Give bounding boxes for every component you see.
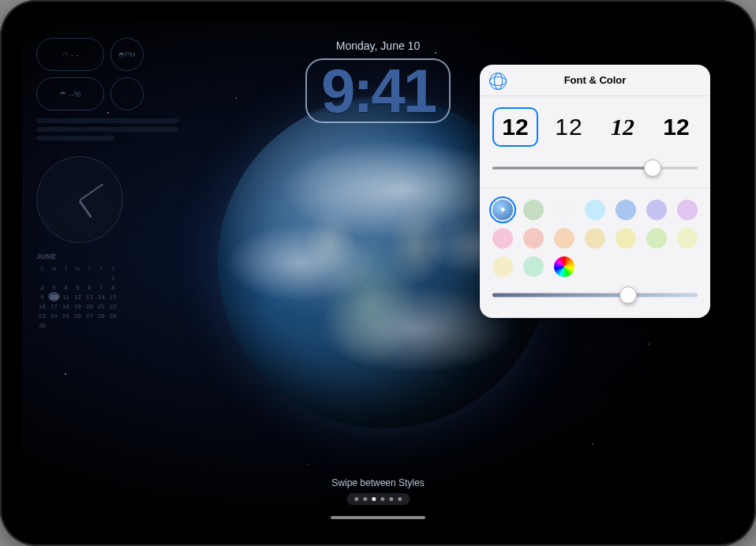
- lock-screen-date[interactable]: Monday, June 10: [336, 39, 420, 52]
- font-option-heavy[interactable]: 12: [653, 107, 699, 147]
- style-page-dots[interactable]: [346, 493, 410, 505]
- gauge-icon: ◠: [62, 50, 69, 59]
- swipe-hint-label: Swipe between Styles: [331, 477, 424, 488]
- color-tint-slider[interactable]: [492, 285, 698, 305]
- lock-screen: ◠ - - ◓PM ☂ --% JUNE SMTWTFS123456789101…: [22, 22, 734, 524]
- font-option-serif-italic[interactable]: 12: [600, 107, 646, 147]
- calendar-month-label: JUNE: [36, 252, 178, 260]
- lock-screen-widgets-panel: ◠ - - ◓PM ☂ --% JUNE SMTWTFS123456789101…: [36, 38, 178, 330]
- widget-empty[interactable]: [110, 77, 144, 110]
- color-swatch-pink[interactable]: [492, 228, 513, 249]
- color-swatch-sage[interactable]: [523, 200, 544, 220]
- color-swatch-cream[interactable]: [492, 256, 513, 277]
- color-swatch-mint[interactable]: [646, 228, 667, 249]
- lock-screen-time-selected[interactable]: 9:41: [305, 58, 451, 123]
- font-color-popover: Font & Color 12121212: [480, 65, 710, 318]
- font-option-light[interactable]: 12: [546, 107, 592, 147]
- widget-sunset[interactable]: ◓PM: [110, 38, 144, 71]
- calendar-widget[interactable]: JUNE SMTWTFS1234567891011121314151617181…: [36, 252, 178, 330]
- color-swatch-peach[interactable]: [554, 228, 574, 249]
- color-swatch-periwinkle[interactable]: [646, 200, 667, 220]
- page-dot[interactable]: [389, 497, 393, 501]
- widget-text-placeholder: [36, 118, 178, 140]
- page-dot[interactable]: [363, 497, 367, 501]
- analog-clock-widget[interactable]: [36, 156, 123, 243]
- lock-screen-time-value: 9:41: [321, 60, 435, 122]
- page-dot[interactable]: [398, 497, 402, 501]
- globe-icon[interactable]: [489, 73, 507, 90]
- color-palette: [480, 189, 710, 282]
- popover-title: Font & Color: [564, 74, 627, 86]
- widget-precip[interactable]: ☂ --%: [36, 77, 104, 110]
- color-swatch-sand[interactable]: [585, 228, 605, 249]
- page-dot[interactable]: [372, 497, 376, 501]
- color-swatch-white[interactable]: [554, 200, 574, 220]
- color-swatch-butter[interactable]: [677, 228, 698, 249]
- font-weight-slider[interactable]: [492, 158, 698, 178]
- popover-header: Font & Color: [480, 65, 710, 96]
- color-swatch-sky[interactable]: [585, 200, 605, 220]
- swipe-hint: Swipe between Styles: [331, 477, 424, 505]
- mini-widgets-grid[interactable]: ◠ - - ◓PM ☂ --%: [36, 38, 178, 110]
- calendar-grid: SMTWTFS123456789101112131415161718192021…: [36, 264, 119, 330]
- slider-thumb[interactable]: [619, 286, 637, 304]
- color-swatch-blush[interactable]: [523, 228, 544, 249]
- color-swatch-rainbow[interactable]: [554, 256, 574, 277]
- home-indicator[interactable]: [331, 516, 425, 519]
- color-swatch-lavender[interactable]: [677, 200, 698, 220]
- ipad-frame: ◠ - - ◓PM ☂ --% JUNE SMTWTFS123456789101…: [0, 0, 756, 546]
- color-swatch-vibrant[interactable]: [492, 200, 513, 220]
- color-swatch-lemon[interactable]: [616, 228, 636, 249]
- color-swatch-seafoam[interactable]: [523, 256, 544, 277]
- sunset-icon: ◓: [118, 50, 125, 58]
- slider-thumb[interactable]: [644, 159, 661, 177]
- page-dot[interactable]: [354, 497, 358, 501]
- font-style-row: 12121212: [480, 96, 710, 153]
- umbrella-icon: ☂: [59, 90, 66, 99]
- page-dot[interactable]: [380, 497, 384, 501]
- widget-gauge[interactable]: ◠ - -: [36, 38, 104, 71]
- color-swatch-blue[interactable]: [616, 200, 636, 220]
- font-option-rounded[interactable]: 12: [492, 107, 538, 147]
